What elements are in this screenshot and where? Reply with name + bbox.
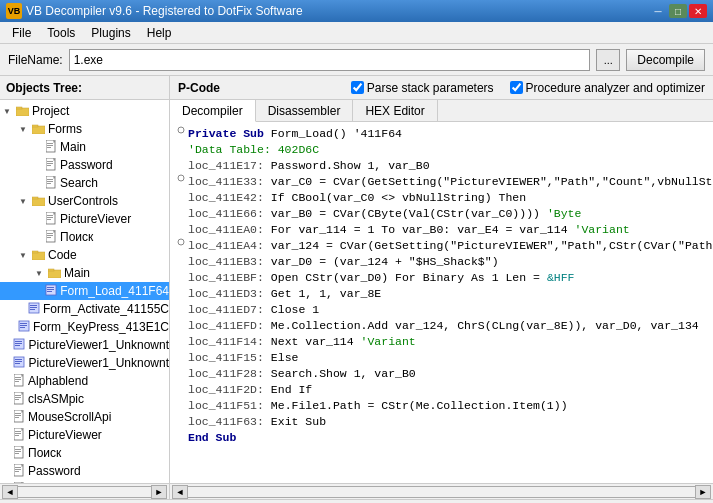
tree-item[interactable]: ▼Forms	[0, 120, 169, 138]
svg-rect-63	[15, 431, 21, 432]
tree-item[interactable]: MouseScrollApi	[0, 408, 169, 426]
svg-rect-21	[47, 219, 51, 220]
menu-tools[interactable]: Tools	[39, 24, 83, 42]
tree-item[interactable]: PictureViever	[0, 210, 169, 228]
svg-rect-45	[15, 345, 20, 346]
svg-rect-36	[30, 307, 37, 308]
code-text: End Sub	[188, 430, 709, 446]
tree-item[interactable]: Form_Load_411F64	[0, 282, 169, 300]
menu-file[interactable]: File	[4, 24, 39, 42]
code-line: loc_411F51: Me.File1.Path = CStr(Me.Coll…	[174, 398, 709, 414]
tree-node-icon	[46, 140, 57, 155]
tree-node-icon	[14, 482, 25, 484]
code-line: loc_411F14: Next var_114 'Variant	[174, 334, 709, 350]
right-scroll-bar[interactable]: ◄ ►	[170, 484, 713, 499]
svg-point-82	[178, 127, 184, 133]
tree-item[interactable]: Поиск	[0, 444, 169, 462]
tree-item[interactable]: Search	[0, 480, 169, 483]
procedure-analyzer-checkbox[interactable]	[510, 81, 523, 94]
scroll-code-right-arrow[interactable]: ►	[695, 485, 711, 499]
browse-button[interactable]: ...	[596, 49, 620, 71]
tree-item[interactable]: Form_KeyPress_413E1C	[0, 318, 169, 336]
code-text: loc_411E17: Password.Show 1, var_B0	[188, 158, 709, 174]
svg-rect-29	[48, 269, 54, 271]
code-line: loc_411E33: var_C0 = CVar(GetSetting("Pi…	[174, 174, 709, 190]
svg-point-84	[178, 239, 184, 245]
code-line: loc_411F28: Search.Show 1, var_B0	[174, 366, 709, 382]
tree-item[interactable]: ▼Code	[0, 246, 169, 264]
parse-stack-label: Parse stack parameters	[367, 81, 494, 95]
tab-hex-editor[interactable]: HEX Editor	[353, 100, 437, 122]
code-line: loc_411F2D: End If	[174, 382, 709, 398]
menu-help[interactable]: Help	[139, 24, 180, 42]
tree-item[interactable]: PictureViewer1_Unknownt	[0, 336, 169, 354]
maximize-button[interactable]: □	[669, 4, 687, 18]
tab-disassembler[interactable]: Disassembler	[256, 100, 354, 122]
code-text: loc_411F15: Else	[188, 350, 709, 366]
tree-item[interactable]: Main	[0, 138, 169, 156]
tree-item[interactable]: PictureViewer	[0, 426, 169, 444]
tree-item[interactable]: Form_Activate_41155C	[0, 300, 169, 318]
app-icon: VB	[6, 3, 22, 19]
tree-node-label: MouseScrollApi	[28, 410, 111, 424]
tree-node-icon	[13, 356, 25, 370]
filename-input[interactable]	[69, 49, 591, 71]
scroll-code-left-arrow[interactable]: ◄	[172, 485, 188, 499]
title-bar-left: VB VB Decompiler v9.6 - Registered to Do…	[6, 3, 303, 19]
tree-node-label: Search	[60, 176, 98, 190]
svg-rect-31	[47, 287, 54, 288]
svg-rect-43	[15, 341, 22, 342]
objects-tree[interactable]: ▼Project▼FormsMainPasswordSearch▼UserCon…	[0, 100, 169, 483]
tree-item[interactable]: Password	[0, 462, 169, 480]
tree-item[interactable]: Поиск	[0, 228, 169, 246]
scroll-left-arrow[interactable]: ◄	[2, 485, 18, 499]
tree-item[interactable]: ▼Main	[0, 264, 169, 282]
code-line: 'Data Table: 402D6C	[174, 142, 709, 158]
svg-rect-72	[15, 469, 21, 470]
svg-rect-65	[15, 435, 19, 436]
code-text: 'Data Table: 402D6C	[188, 142, 709, 158]
code-marker	[174, 126, 188, 134]
tree-node-icon	[28, 302, 40, 316]
code-text: loc_411EA4: var_124 = CVar(GetSetting("P…	[188, 238, 713, 254]
tree-item[interactable]: PictureViewer1_Unknownt	[0, 354, 169, 372]
tab-decompiler[interactable]: Decompiler	[170, 100, 256, 122]
tree-item[interactable]: ▼UserControls	[0, 192, 169, 210]
scroll-right-arrow[interactable]: ►	[151, 485, 167, 499]
objects-tree-label: Objects Tree:	[6, 81, 82, 95]
svg-rect-56	[15, 397, 21, 398]
tree-node-icon	[46, 212, 57, 227]
left-scroll-bar[interactable]: ◄ ►	[0, 484, 170, 499]
procedure-analyzer-option: Procedure analyzer and optimizer	[510, 81, 705, 95]
tree-item[interactable]: Alphablend	[0, 372, 169, 390]
code-line: loc_411ED7: Close 1	[174, 302, 709, 318]
tree-item[interactable]: Password	[0, 156, 169, 174]
code-line: loc_411EA0: For var_114 = 1 To var_B0: v…	[174, 222, 709, 238]
svg-rect-40	[20, 325, 27, 326]
svg-rect-52	[15, 379, 21, 380]
code-text: loc_411F14: Next var_114 'Variant	[188, 334, 709, 350]
svg-rect-24	[47, 235, 53, 236]
svg-rect-73	[15, 471, 19, 472]
status-bar: Decompiled OK	[0, 499, 713, 503]
code-text: loc_411F28: Search.Show 1, var_B0	[188, 366, 709, 382]
tree-item[interactable]: ▼Project	[0, 102, 169, 120]
decompile-button[interactable]: Decompile	[626, 49, 705, 71]
code-area[interactable]: Private Sub Form_Load() '411F64 'Data Ta…	[170, 122, 713, 483]
pcode-label: P-Code	[178, 81, 220, 95]
tree-node-icon	[32, 195, 45, 208]
code-text: loc_411F2D: End If	[188, 382, 709, 398]
minimize-button[interactable]: ─	[649, 4, 667, 18]
tree-node-icon	[46, 176, 57, 191]
code-line: loc_411EA4: var_124 = CVar(GetSetting("P…	[174, 238, 709, 254]
tree-item[interactable]: Search	[0, 174, 169, 192]
parse-stack-checkbox[interactable]	[351, 81, 364, 94]
close-button[interactable]: ✕	[689, 4, 707, 18]
tree-item[interactable]: clsASMpic	[0, 390, 169, 408]
svg-rect-64	[15, 433, 21, 434]
svg-rect-51	[15, 377, 21, 378]
left-panel: ▼Project▼FormsMainPasswordSearch▼UserCon…	[0, 100, 170, 483]
menu-plugins[interactable]: Plugins	[83, 24, 138, 42]
code-text: loc_411F51: Me.File1.Path = CStr(Me.Coll…	[188, 398, 709, 414]
title-bar: VB VB Decompiler v9.6 - Registered to Do…	[0, 0, 713, 22]
